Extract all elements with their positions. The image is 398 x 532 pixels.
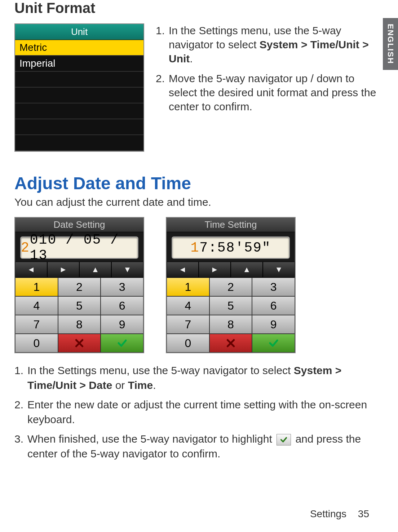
adjust-date-time-heading: Adjust Date and Time (14, 173, 376, 193)
keypad-3[interactable]: 3 (252, 278, 295, 296)
unit-format-heading: Unit Format (14, 0, 376, 16)
keypad-8[interactable]: 8 (58, 315, 101, 334)
arrow-key[interactable]: ► (47, 262, 79, 278)
arrow-key[interactable]: ▼ (263, 262, 295, 278)
unit-option-imperial[interactable]: Imperial (15, 56, 143, 72)
confirm-icon (117, 338, 128, 349)
keypad-9[interactable]: 9 (101, 315, 143, 334)
arrow-key[interactable]: ◄ (167, 262, 199, 278)
arrow-key[interactable]: ▼ (111, 262, 143, 278)
keypad-2[interactable]: 2 (209, 278, 252, 296)
date-input-field[interactable]: 2010 / 05 / 13 (20, 236, 138, 259)
instruction-step: 2.Enter the new date or adjust the curre… (14, 398, 376, 427)
instruction-step: 3.When finished, use the 5-way navigator… (14, 432, 376, 461)
language-tab: ENGLISH (383, 18, 398, 70)
unit-format-instructions: 1.In the Settings menu, use the 5-way na… (156, 23, 376, 119)
keypad-3[interactable]: 3 (101, 278, 143, 296)
keypad-7[interactable]: 7 (15, 315, 58, 334)
date-screen-title: Date Setting (15, 218, 143, 232)
arrow-key[interactable]: ▲ (79, 262, 111, 278)
keypad-0[interactable]: 0 (15, 334, 58, 353)
keypad-6[interactable]: 6 (252, 296, 295, 315)
keypad-6[interactable]: 6 (101, 296, 143, 315)
unit-empty-row (15, 72, 143, 88)
keypad-4[interactable]: 4 (167, 296, 209, 315)
confirm-button[interactable] (252, 334, 295, 353)
unit-empty-row (15, 88, 143, 103)
time-input-field[interactable]: 17:58'59" (172, 236, 290, 259)
keypad-4[interactable]: 4 (15, 296, 58, 315)
instruction-step: 1.In the Settings menu, use the 5-way na… (156, 23, 376, 66)
keypad-1[interactable]: 1 (15, 278, 58, 296)
confirm-icon (280, 436, 288, 444)
keypad-0[interactable]: 0 (167, 334, 209, 353)
keypad-5[interactable]: 5 (58, 296, 101, 315)
keypad-1[interactable]: 1 (167, 278, 209, 296)
unit-empty-row (15, 135, 143, 151)
adjust-subtitle: You can adjust the current date and time… (14, 196, 376, 208)
instruction-step: 2.Move the 5-way navigator up / down to … (156, 71, 376, 114)
keypad-7[interactable]: 7 (167, 315, 209, 334)
time-setting-screen: Time Setting 17:58'59" ◄►▲▼ 1234567890 (166, 217, 296, 353)
instruction-step: 1.In the Settings menu, use the 5-way na… (14, 363, 376, 393)
keypad-9[interactable]: 9 (252, 315, 295, 334)
time-screen-title: Time Setting (167, 218, 295, 232)
page-footer: Settings 35 (310, 508, 369, 520)
arrow-key[interactable]: ► (199, 262, 231, 278)
unit-empty-row (15, 103, 143, 119)
date-setting-screen: Date Setting 2010 / 05 / 13 ◄►▲▼ 1234567… (14, 217, 144, 353)
arrow-key[interactable]: ◄ (15, 262, 47, 278)
footer-page-number: 35 (358, 508, 369, 519)
cancel-button[interactable] (58, 334, 101, 353)
confirm-icon (268, 338, 279, 349)
unit-option-metric[interactable]: Metric (15, 40, 143, 56)
keypad-2[interactable]: 2 (58, 278, 101, 296)
unit-screen-title: Unit (15, 24, 143, 40)
footer-section: Settings (310, 508, 346, 519)
keypad-5[interactable]: 5 (209, 296, 252, 315)
arrow-key[interactable]: ▲ (231, 262, 263, 278)
cancel-button[interactable] (209, 334, 252, 353)
inline-confirm-icon (277, 434, 291, 445)
adjust-instructions: 1.In the Settings menu, use the 5-way na… (14, 363, 376, 461)
unit-device-screen: Unit MetricImperial (14, 23, 144, 152)
cancel-icon (225, 338, 236, 349)
unit-empty-row (15, 119, 143, 135)
keypad-8[interactable]: 8 (209, 315, 252, 334)
confirm-button[interactable] (101, 334, 143, 353)
cancel-icon (74, 338, 85, 349)
